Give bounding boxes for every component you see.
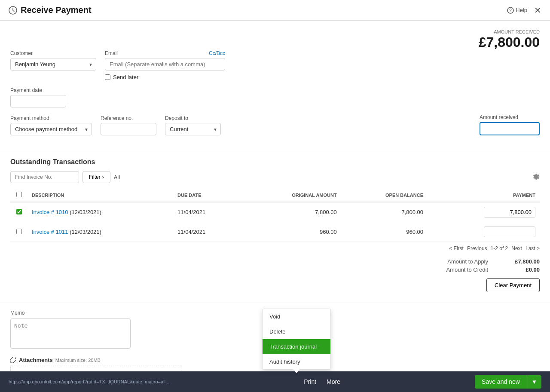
all-label: All — [114, 174, 120, 181]
amount-to-credit-label: Amount to Credit — [446, 266, 488, 273]
select-all-header[interactable] — [10, 188, 28, 202]
row-description: Invoice # 1011 (12/03/2021) — [28, 222, 173, 242]
original-amount-header: ORIGINAL AMOUNT — [241, 188, 341, 202]
pagination-last[interactable]: Last > — [526, 245, 540, 251]
max-size-label: Maximum size: 20MB — [55, 358, 101, 363]
row-payment-cell[interactable] — [428, 202, 540, 222]
row-open-balance: 7,800.00 — [341, 202, 428, 222]
amount-received-input[interactable]: 7,800.00 — [480, 122, 540, 135]
filter-button[interactable]: Filter › — [82, 171, 110, 183]
close-button[interactable]: ✕ — [534, 5, 541, 15]
payment-date-group: Payment date 12/06/2021 — [10, 87, 66, 107]
cc-bcc-link[interactable]: Cc/Bcc — [209, 50, 225, 56]
customer-group: Customer Benjamin Yeung ▼ — [10, 50, 96, 70]
help-link[interactable]: ? Help — [507, 7, 527, 14]
amount-to-credit-row: Amount to Credit £0.00 — [446, 266, 540, 273]
save-and-new-button[interactable]: Save and new — [475, 375, 527, 389]
reference-group: Reference no. — [101, 115, 156, 135]
row-original-amount: 7,800.00 — [241, 202, 341, 222]
amount-to-apply-row: Amount to Apply £7,800.00 — [447, 258, 540, 265]
description-header: DESCRIPTION — [28, 188, 173, 202]
amount-received-input-label: Amount received — [480, 114, 540, 120]
open-balance-header: OPEN BALANCE — [341, 188, 428, 202]
transaction-journal-menu-item[interactable]: Transaction journal — [263, 339, 330, 354]
footer-center: Print More — [304, 378, 340, 385]
header-left: Receive Payment — [9, 5, 92, 15]
find-invoice-input[interactable] — [10, 171, 79, 183]
paperclip-icon — [10, 357, 16, 363]
pagination-first[interactable]: < First — [449, 245, 464, 251]
payment-method-label: Payment method — [10, 115, 92, 121]
pagination-next[interactable]: Next — [511, 245, 522, 251]
gear-icon[interactable] — [533, 173, 540, 181]
memo-textarea[interactable] — [10, 318, 131, 349]
payment-method-row: Payment method Choose payment method ▼ R… — [10, 114, 540, 135]
row-checkbox-cell[interactable] — [10, 222, 28, 242]
invoice-link[interactable]: Invoice # 1010 — [32, 209, 68, 215]
help-icon: ? — [507, 7, 514, 14]
transactions-title: Outstanding Transactions — [10, 158, 95, 166]
send-later-row: Send later — [105, 74, 225, 80]
filter-row: Filter › All — [10, 171, 540, 183]
row-description: Invoice # 1010 (12/03/2021) — [28, 202, 173, 222]
transactions-section: Outstanding Transactions Filter › All DE… — [0, 151, 550, 303]
payment-input-1[interactable] — [484, 227, 535, 237]
amount-received-label: AMOUNT RECEIVED — [479, 29, 540, 34]
filter-arrow-icon: › — [102, 174, 104, 180]
reference-label: Reference no. — [101, 115, 156, 121]
payment-date-input[interactable]: 12/06/2021 — [10, 95, 66, 107]
header: Receive Payment ? Help ✕ — [0, 0, 550, 21]
amount-to-apply-value: £7,800.00 — [505, 258, 540, 265]
delete-menu-item[interactable]: Delete — [263, 324, 330, 339]
row-due-date: 11/04/2021 — [173, 222, 241, 242]
svg-text:?: ? — [509, 8, 512, 13]
customer-label: Customer — [10, 50, 96, 56]
table-row: Invoice # 1010 (12/03/2021)11/04/20217,8… — [10, 202, 540, 222]
invoice-link[interactable]: Invoice # 1011 — [32, 229, 68, 235]
save-dropdown-button[interactable]: ▼ — [527, 375, 541, 389]
page-title: Receive Payment — [21, 5, 92, 15]
row-open-balance: 960.00 — [341, 222, 428, 242]
summary-block: Amount to Apply £7,800.00 Amount to Cred… — [10, 255, 540, 296]
more-button[interactable]: More — [327, 378, 340, 385]
row-checkbox-1[interactable] — [16, 229, 22, 234]
dropdown-arrow — [293, 369, 300, 373]
amount-received-block: AMOUNT RECEIVED £7,800.00 — [479, 29, 540, 50]
audit-history-menu-item[interactable]: Audit history — [263, 354, 330, 369]
send-later-checkbox[interactable] — [105, 74, 110, 80]
void-menu-item[interactable]: Void — [263, 309, 330, 324]
amount-to-apply-label: Amount to Apply — [447, 258, 488, 265]
payment-header: PAYMENT — [428, 188, 540, 202]
send-later-label: Send later — [113, 74, 138, 80]
customer-select[interactable]: Benjamin Yeung — [10, 58, 96, 70]
pagination: < First Previous 1-2 of 2 Next Last > — [10, 242, 540, 255]
payment-method-select[interactable]: Choose payment method — [10, 123, 92, 135]
reference-input[interactable] — [101, 123, 156, 135]
amount-received-input-group: Amount received 7,800.00 — [480, 114, 540, 135]
footer: https://app.qbo.intuit.com/app/report?rp… — [0, 371, 550, 392]
deposit-group: Deposit to Current ▼ — [165, 115, 221, 135]
form-section: AMOUNT RECEIVED £7,800.00 Customer Benja… — [0, 21, 550, 151]
table-row: Invoice # 1011 (12/03/2021)11/04/2021960… — [10, 222, 540, 242]
row-checkbox-0[interactable] — [16, 209, 22, 214]
payment-date-row: Payment date 12/06/2021 — [10, 87, 540, 107]
amount-to-credit-value: £0.00 — [505, 266, 540, 273]
footer-right: Save and new ▼ — [475, 375, 541, 389]
email-group: Email Cc/Bcc Send later — [105, 50, 225, 80]
email-label: Email — [105, 50, 118, 56]
clock-icon — [9, 6, 17, 15]
payment-input-0[interactable] — [484, 207, 535, 217]
row-original-amount: 960.00 — [241, 222, 341, 242]
deposit-label: Deposit to — [165, 115, 221, 121]
row-payment-cell[interactable] — [428, 222, 540, 242]
clear-payment-button[interactable]: Clear Payment — [486, 278, 540, 292]
pagination-previous[interactable]: Previous — [467, 245, 487, 251]
amount-received-value: £7,800.00 — [479, 34, 540, 50]
select-all-checkbox[interactable] — [16, 192, 22, 197]
payment-method-group: Payment method Choose payment method ▼ — [10, 115, 92, 135]
deposit-select[interactable]: Current — [165, 123, 221, 135]
header-right: ? Help ✕ — [507, 5, 541, 15]
row-checkbox-cell[interactable] — [10, 202, 28, 222]
email-input[interactable] — [105, 58, 225, 70]
print-button[interactable]: Print — [304, 378, 316, 385]
